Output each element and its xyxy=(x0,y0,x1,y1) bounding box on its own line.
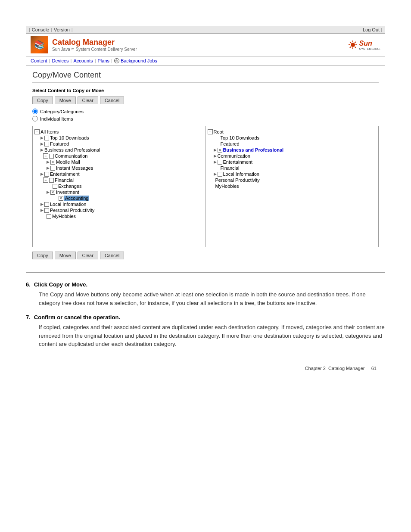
tree-checkbox[interactable] xyxy=(44,202,49,207)
tree-toggle-minus[interactable]: − xyxy=(34,129,40,134)
app-title: Catalog Manager xyxy=(52,38,137,47)
tree-node: Exchanges xyxy=(34,183,204,189)
tree-node-label: Top 10 Downloads xyxy=(50,135,89,140)
tree-checkbox-checked[interactable]: ✕ xyxy=(50,160,55,165)
tree-checkbox[interactable] xyxy=(44,172,49,177)
expand-arrow[interactable]: ▶ xyxy=(214,160,217,164)
tree-checkbox-checked[interactable]: ✕ xyxy=(59,196,63,201)
nav-plans[interactable]: Plans xyxy=(97,58,109,63)
tree-node-label: Communication xyxy=(218,153,250,159)
copy-button-top[interactable]: Copy xyxy=(32,96,53,104)
tree-node: ▶ Business and Professional xyxy=(34,147,204,153)
tree-checkbox[interactable] xyxy=(44,142,49,146)
tree-checkbox[interactable] xyxy=(47,214,51,219)
tree-checkbox[interactable] xyxy=(218,160,222,165)
step-body-6: The Copy and Move buttons only become ac… xyxy=(39,290,385,307)
tree-node: ▶ Top 10 Downloads xyxy=(34,135,204,141)
expand-arrow[interactable]: ▶ xyxy=(40,208,44,212)
tree-node-label: Entertainment xyxy=(50,171,79,177)
tree-toggle-minus[interactable]: − xyxy=(208,129,213,134)
tree-node-label: Business and Professional xyxy=(44,147,100,152)
app-subtitle: Sun Java™ System Content Delivery Server xyxy=(52,47,137,52)
expand-arrow[interactable]: ▶ xyxy=(214,172,217,176)
expand-arrow[interactable]: ▶ xyxy=(47,160,50,164)
tree-node-label: Personal Productivity xyxy=(50,208,94,213)
tree-toggle-minus[interactable]: − xyxy=(43,153,48,159)
tree-node: ▶ Communication xyxy=(208,153,377,159)
sun-logo: Sun SYSTEMS INC. xyxy=(348,40,380,50)
top-bar: | Console | Version | Log Out | xyxy=(26,26,385,34)
expand-arrow[interactable]: ▶ xyxy=(40,136,44,140)
cancel-button-bottom[interactable]: Cancel xyxy=(100,252,124,259)
tree-node: ▶ Featured xyxy=(34,141,204,147)
radio-individual[interactable]: Individual Items xyxy=(32,116,379,121)
cancel-button-top[interactable]: Cancel xyxy=(100,96,124,104)
clock-icon: ⏱ xyxy=(114,58,119,63)
tree-node-label: Featured xyxy=(50,141,69,146)
expand-arrow[interactable]: ▶ xyxy=(40,172,44,176)
tree-checkbox[interactable] xyxy=(50,166,55,171)
tree-node: ▶ ✕ Mobile Mail xyxy=(34,159,204,165)
nav-content[interactable]: Content xyxy=(31,58,47,63)
tree-node: Financial xyxy=(208,165,377,171)
tree-node: MyHobbies xyxy=(208,183,377,189)
svg-line-5 xyxy=(349,42,351,43)
tree-node: ▶ ✕ Investment xyxy=(34,189,204,195)
header: 📚 Catalog Manager Sun Java™ System Conte… xyxy=(26,34,385,56)
tree-node: ▶ Entertainment xyxy=(208,159,377,165)
copy-button-bottom[interactable]: Copy xyxy=(32,252,53,259)
tree-checkbox[interactable] xyxy=(53,184,57,189)
version-link[interactable]: Version xyxy=(54,27,70,32)
tree-node: − Root xyxy=(208,129,377,135)
expand-arrow[interactable]: ▶ xyxy=(214,148,217,152)
step-7: 7. Confirm or cancel the operation. If c… xyxy=(26,314,385,348)
expand-arrow[interactable]: ▶ xyxy=(214,154,217,158)
expand-arrow[interactable]: ▶ xyxy=(40,148,44,152)
clear-button-top[interactable]: Clear xyxy=(78,96,98,104)
expand-arrow[interactable]: ▶ xyxy=(40,202,44,206)
tree-toggle-minus[interactable]: − xyxy=(43,177,48,183)
tree-node: ▶ Personal Productivity xyxy=(34,207,204,213)
clear-button-bottom[interactable]: Clear xyxy=(78,252,98,259)
page-footer: Chapter 2 Catalog Manager 61 xyxy=(26,366,385,371)
expand-arrow[interactable]: ▶ xyxy=(47,190,50,194)
tree-checkbox[interactable] xyxy=(44,208,49,213)
console-link[interactable]: Console xyxy=(32,27,49,32)
move-button-bottom[interactable]: Move xyxy=(55,252,76,259)
tree-node-label: Root xyxy=(214,129,224,134)
tree-node-label: Local Information xyxy=(223,171,259,177)
tree-checkbox[interactable] xyxy=(49,178,54,183)
footer-page: 61 xyxy=(371,366,377,371)
tree-checkbox[interactable] xyxy=(218,172,222,177)
tree-checkbox-checked[interactable]: ✕ xyxy=(50,190,55,195)
move-button-top[interactable]: Move xyxy=(55,96,76,104)
logout-link[interactable]: Log Out xyxy=(363,27,380,32)
tree-checkbox[interactable] xyxy=(49,154,54,159)
tree-node-label: Exchanges xyxy=(58,184,81,189)
svg-line-8 xyxy=(349,47,351,48)
tree-checkbox[interactable] xyxy=(44,136,49,140)
tree-node-label: Local Information xyxy=(50,202,86,207)
tree-node-label-bold: Business and Professional xyxy=(223,147,284,152)
radio-category-input[interactable] xyxy=(32,109,38,114)
tree-node: ▶ ✕ Business and Professional xyxy=(208,147,377,153)
tree-node: ▶ Local Information xyxy=(208,171,377,177)
nav-accounts[interactable]: Accounts xyxy=(73,58,93,63)
step-number-6: 6. xyxy=(26,281,31,288)
radio-category[interactable]: Category/Categories xyxy=(32,109,379,114)
tree-node-label: Instant Messages xyxy=(56,165,93,171)
expand-arrow[interactable]: ▶ xyxy=(47,166,50,170)
tree-node: Personal Productivity xyxy=(208,177,377,183)
nav-background-jobs[interactable]: ⏱ Background Jobs xyxy=(114,58,157,63)
expand-arrow[interactable]: ▶ xyxy=(40,142,44,146)
radio-individual-input[interactable] xyxy=(32,116,38,121)
tree-node: ▶ Instant Messages xyxy=(34,165,204,171)
tree-checkbox-checked[interactable]: ✕ xyxy=(218,148,222,152)
nav-devices[interactable]: Devices xyxy=(52,58,68,63)
tree-node: ▶ Entertainment xyxy=(34,171,204,177)
content-area: Copy/Move Content Select Content to Copy… xyxy=(26,65,385,273)
tree-node-label: Financial xyxy=(55,177,74,183)
svg-line-7 xyxy=(355,42,356,43)
right-tree-panel: − Root Top 10 Downloads Featured ▶ ✕ xyxy=(206,126,379,247)
tree-node-label: MyHobbies xyxy=(215,184,239,189)
